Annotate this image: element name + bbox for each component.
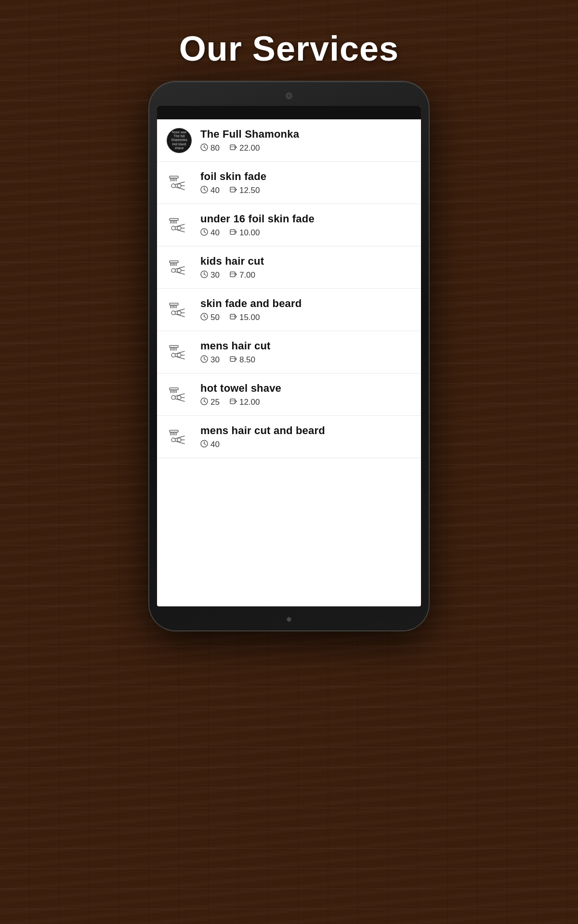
clock-icon (200, 313, 208, 322)
svg-rect-61 (170, 303, 178, 305)
service-duration: 25 (200, 398, 220, 407)
service-item[interactable]: kids hair cut 30 7.00 (157, 246, 421, 289)
tablet-frame: Nose waxThe fullShamonkaHot towelshave T… (149, 82, 429, 630)
svg-line-2 (204, 147, 206, 148)
tag-icon (229, 398, 237, 407)
service-meta: 30 8.50 (200, 355, 411, 365)
svg-rect-111 (230, 399, 235, 404)
service-duration: 40 (200, 440, 220, 449)
service-item[interactable]: hot towel shave 25 12.00 (157, 373, 421, 416)
tag-icon (229, 313, 237, 322)
service-info: kids hair cut 30 7.00 (200, 255, 411, 280)
tag-icon (229, 143, 237, 153)
service-info: mens hair cut 30 8.50 (200, 340, 411, 365)
status-bar (157, 106, 421, 119)
service-item[interactable]: foil skin fade 40 12.50 (157, 162, 421, 204)
service-item[interactable]: under 16 foil skin fade 40 10.00 (157, 204, 421, 246)
comb-scissors-icon (167, 382, 192, 407)
service-duration: 30 (200, 355, 220, 365)
clock-icon (200, 398, 208, 407)
service-name: hot towel shave (200, 382, 411, 395)
clock-icon (200, 186, 208, 195)
service-name: mens hair cut (200, 340, 411, 352)
service-info: hot towel shave 25 12.00 (200, 382, 411, 407)
service-item[interactable]: mens hair cut 30 8.50 (157, 331, 421, 373)
service-name: foil skin fade (200, 170, 411, 183)
tag-icon (229, 270, 237, 280)
clock-icon (200, 440, 208, 449)
service-price: 10.00 (229, 228, 260, 238)
service-duration: 40 (200, 228, 220, 238)
service-info: skin fade and beard 50 15.00 (200, 297, 411, 322)
service-name: skin fade and beard (200, 297, 411, 310)
service-duration: 30 (200, 270, 220, 280)
comb-scissors-icon (167, 170, 192, 195)
service-meta: 40 (200, 440, 411, 449)
service-name: under 16 foil skin fade (200, 213, 411, 225)
svg-point-121 (171, 438, 175, 442)
tag-icon (229, 228, 237, 237)
service-item[interactable]: Nose waxThe fullShamonkaHot towelshave T… (157, 119, 421, 162)
svg-point-85 (171, 353, 175, 357)
svg-rect-115 (170, 430, 178, 432)
svg-line-56 (204, 274, 206, 275)
clock-icon (200, 143, 208, 153)
svg-rect-3 (230, 145, 235, 150)
tablet-camera (286, 92, 292, 99)
svg-line-110 (204, 401, 206, 402)
service-item[interactable]: mens hair cut and beard 40 (157, 416, 421, 458)
service-meta: 40 10.00 (200, 228, 411, 238)
service-item[interactable]: skin fade and beard 50 15.00 (157, 289, 421, 331)
svg-line-92 (204, 359, 206, 360)
svg-line-20 (204, 190, 206, 191)
svg-rect-79 (170, 346, 178, 347)
svg-rect-93 (230, 357, 235, 361)
svg-line-74 (204, 317, 206, 318)
service-duration: 80 (200, 143, 220, 153)
svg-rect-39 (230, 230, 235, 234)
service-price: 12.00 (229, 398, 260, 407)
services-list[interactable]: Nose waxThe fullShamonkaHot towelshave T… (157, 119, 421, 458)
service-price: 7.00 (229, 270, 255, 280)
service-meta: 25 12.00 (200, 398, 411, 407)
svg-rect-25 (170, 218, 178, 220)
tag-icon (229, 355, 237, 364)
comb-scissors-icon (167, 213, 192, 238)
service-price: 12.50 (229, 186, 260, 195)
svg-rect-21 (230, 187, 235, 192)
service-price: 15.00 (229, 313, 260, 322)
clock-icon (200, 355, 208, 364)
service-name: The Full Shamonka (200, 128, 411, 141)
comb-scissors-icon (167, 340, 192, 365)
svg-point-31 (171, 226, 175, 230)
service-price: 22.00 (229, 143, 260, 153)
comb-scissors-icon (167, 255, 192, 280)
service-name: mens hair cut and beard (200, 424, 411, 437)
clock-icon (200, 228, 208, 237)
clock-icon (200, 270, 208, 280)
comb-scissors-icon (167, 297, 192, 322)
service-logo-icon: Nose waxThe fullShamonkaHot towelshave (167, 128, 192, 153)
svg-point-67 (171, 311, 175, 315)
service-info: foil skin fade 40 12.50 (200, 170, 411, 195)
svg-point-13 (171, 184, 175, 188)
service-price: 8.50 (229, 355, 255, 365)
svg-rect-97 (170, 388, 178, 390)
svg-rect-7 (170, 176, 178, 178)
comb-scissors-icon (167, 424, 192, 449)
service-name: kids hair cut (200, 255, 411, 268)
service-meta: 30 7.00 (200, 270, 411, 280)
svg-rect-75 (230, 314, 235, 319)
svg-line-38 (204, 232, 206, 233)
svg-point-49 (171, 269, 175, 272)
service-info: under 16 foil skin fade 40 10.00 (200, 213, 411, 238)
tablet-home-button[interactable] (287, 617, 291, 622)
service-meta: 80 22.00 (200, 143, 411, 153)
page-title: Our Services (0, 29, 578, 68)
svg-point-103 (171, 396, 175, 399)
svg-line-128 (204, 444, 206, 445)
service-info: mens hair cut and beard 40 (200, 424, 411, 449)
tag-icon (229, 186, 237, 195)
service-info: The Full Shamonka 80 22.00 (200, 128, 411, 153)
tablet-screen: Nose waxThe fullShamonkaHot towelshave T… (157, 106, 421, 606)
